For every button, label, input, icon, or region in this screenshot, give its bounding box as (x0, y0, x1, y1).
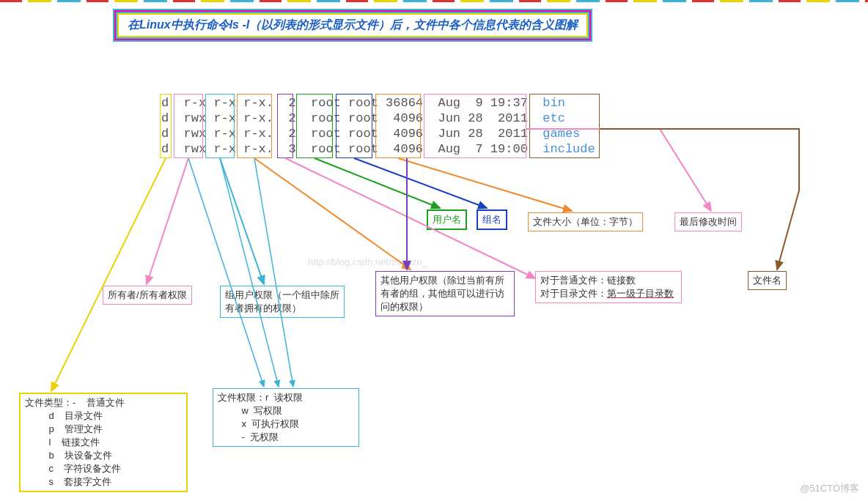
watermark-corner: @51CTO博客 (800, 482, 859, 495)
col-group (336, 94, 372, 158)
links-dir-prefix: 对于目录文件： (540, 288, 607, 299)
watermark-url: http://blog.csdn.net/zhuozn_ (308, 256, 427, 267)
label-links: 对于普通文件：链接数 对于目录文件：第一级子目录数 (535, 271, 682, 303)
col-user (296, 94, 333, 158)
label-group-perm: 组用户权限（一个组中除所有者拥有的权限） (220, 286, 345, 318)
col-date (424, 94, 526, 158)
col-name (529, 94, 600, 158)
col-filetype (160, 94, 172, 158)
col-links (277, 94, 293, 158)
col-perm-group (205, 94, 235, 158)
decorative-top-bar (0, 0, 868, 2)
diagram-title: 在Linux中执行命令ls -l（以列表的形式显示文件）后，文件中各个信息代表的… (117, 13, 588, 37)
label-group: 组名 (477, 209, 507, 230)
label-user: 用户名 (427, 209, 467, 230)
label-owner: 所有者/所有者权限 (103, 286, 192, 305)
legend-permissions: 文件权限：r 读权限 w 写权限 x 可执行权限 - 无权限 (213, 388, 359, 447)
label-size: 文件大小（单位：字节） (528, 212, 643, 231)
label-other-perm: 其他用户权限（除过当前有所有者的组，其他组可以进行访问的权限） (375, 271, 515, 316)
label-mtime: 最后修改时间 (674, 212, 742, 231)
label-filename: 文件名 (748, 271, 787, 290)
col-perm-owner (174, 94, 203, 158)
col-perm-other (237, 94, 272, 158)
links-plainfile-text: 对于普通文件：链接数 (540, 275, 636, 286)
legend-filetype: 文件类型：- 普通文件 d 目录文件 p 管理文件 l 链接文件 b 块设备文件… (19, 393, 188, 492)
col-size (375, 94, 421, 158)
links-dir-highlight: 第一级子目录数 (607, 288, 674, 299)
